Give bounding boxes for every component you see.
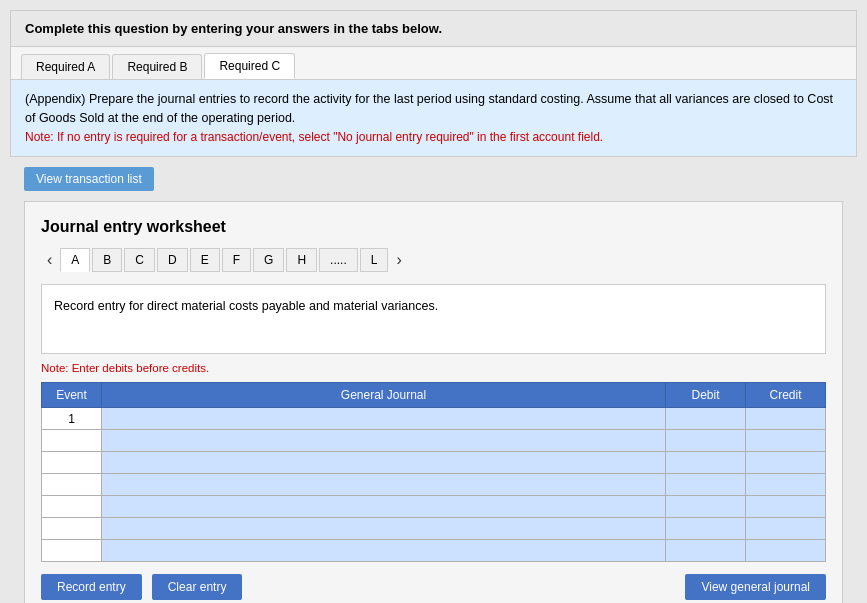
credit-cell-6[interactable] [746, 518, 826, 540]
nav-tab-a[interactable]: A [60, 248, 90, 272]
event-cell-4 [42, 474, 102, 496]
worksheet-container: Journal entry worksheet ‹ A B C D E F G … [24, 201, 843, 603]
nav-prev-arrow[interactable]: ‹ [41, 249, 58, 271]
journal-input-1[interactable] [102, 408, 665, 429]
credit-input-2[interactable] [746, 430, 825, 451]
credit-input-6[interactable] [746, 518, 825, 539]
top-instruction: Complete this question by entering your … [10, 10, 857, 47]
journal-cell-5[interactable] [102, 496, 666, 518]
nav-tab-ellipsis[interactable]: ..... [319, 248, 358, 272]
debit-cell-1[interactable] [666, 408, 746, 430]
journal-cell-2[interactable] [102, 430, 666, 452]
journal-cell-7[interactable] [102, 540, 666, 562]
col-header-journal: General Journal [102, 383, 666, 408]
view-general-journal-button[interactable]: View general journal [685, 574, 826, 600]
table-row: 1 [42, 408, 826, 430]
view-transaction-button[interactable]: View transaction list [24, 167, 154, 191]
debit-cell-6[interactable] [666, 518, 746, 540]
journal-input-6[interactable] [102, 518, 665, 539]
nav-tab-d[interactable]: D [157, 248, 188, 272]
event-cell-7 [42, 540, 102, 562]
journal-cell-3[interactable] [102, 452, 666, 474]
description-box: (Appendix) Prepare the journal entries t… [10, 80, 857, 157]
journal-table: Event General Journal Debit Credit 1 [41, 382, 826, 562]
credit-input-5[interactable] [746, 496, 825, 517]
table-row [42, 540, 826, 562]
event-cell-3 [42, 452, 102, 474]
journal-input-2[interactable] [102, 430, 665, 451]
event-cell-6 [42, 518, 102, 540]
table-row [42, 496, 826, 518]
debit-input-1[interactable] [666, 408, 745, 429]
credit-cell-2[interactable] [746, 430, 826, 452]
credit-cell-4[interactable] [746, 474, 826, 496]
debit-input-6[interactable] [666, 518, 745, 539]
tab-required-c[interactable]: Required C [204, 53, 295, 79]
credit-cell-3[interactable] [746, 452, 826, 474]
nav-tab-g[interactable]: G [253, 248, 284, 272]
worksheet-title: Journal entry worksheet [41, 218, 826, 236]
nav-tab-b[interactable]: B [92, 248, 122, 272]
journal-input-3[interactable] [102, 452, 665, 473]
credit-cell-7[interactable] [746, 540, 826, 562]
journal-cell-1[interactable] [102, 408, 666, 430]
nav-tab-c[interactable]: C [124, 248, 155, 272]
debit-cell-2[interactable] [666, 430, 746, 452]
credit-input-3[interactable] [746, 452, 825, 473]
note-debits: Note: Enter debits before credits. [41, 362, 826, 374]
entry-description: Record entry for direct material costs p… [41, 284, 826, 354]
debit-input-4[interactable] [666, 474, 745, 495]
table-row [42, 474, 826, 496]
credit-input-1[interactable] [746, 408, 825, 429]
description-note: Note: If no entry is required for a tran… [25, 130, 603, 144]
instruction-text: Complete this question by entering your … [25, 21, 442, 36]
debit-input-7[interactable] [666, 540, 745, 561]
event-cell-5 [42, 496, 102, 518]
credit-cell-1[interactable] [746, 408, 826, 430]
tab-required-a[interactable]: Required A [21, 54, 110, 79]
entry-description-text: Record entry for direct material costs p… [54, 299, 438, 313]
journal-input-7[interactable] [102, 540, 665, 561]
description-main: (Appendix) Prepare the journal entries t… [25, 92, 833, 125]
table-row [42, 430, 826, 452]
col-header-credit: Credit [746, 383, 826, 408]
table-row [42, 518, 826, 540]
credit-input-4[interactable] [746, 474, 825, 495]
nav-tabs-row: ‹ A B C D E F G H ..... L › [41, 248, 826, 272]
col-header-debit: Debit [666, 383, 746, 408]
action-buttons: Record entry Clear entry View general jo… [41, 574, 826, 600]
nav-tab-h[interactable]: H [286, 248, 317, 272]
clear-entry-button[interactable]: Clear entry [152, 574, 243, 600]
event-cell-2 [42, 430, 102, 452]
debit-input-3[interactable] [666, 452, 745, 473]
col-header-event: Event [42, 383, 102, 408]
journal-cell-4[interactable] [102, 474, 666, 496]
debit-cell-7[interactable] [666, 540, 746, 562]
record-entry-button[interactable]: Record entry [41, 574, 142, 600]
table-row [42, 452, 826, 474]
credit-input-7[interactable] [746, 540, 825, 561]
journal-cell-6[interactable] [102, 518, 666, 540]
nav-tab-l[interactable]: L [360, 248, 389, 272]
debit-cell-4[interactable] [666, 474, 746, 496]
debit-input-2[interactable] [666, 430, 745, 451]
journal-input-5[interactable] [102, 496, 665, 517]
tabs-bar: Required A Required B Required C [10, 47, 857, 80]
credit-cell-5[interactable] [746, 496, 826, 518]
nav-tab-e[interactable]: E [190, 248, 220, 272]
nav-next-arrow[interactable]: › [390, 249, 407, 271]
debit-input-5[interactable] [666, 496, 745, 517]
event-cell-1: 1 [42, 408, 102, 430]
tab-required-b[interactable]: Required B [112, 54, 202, 79]
debit-cell-3[interactable] [666, 452, 746, 474]
debit-cell-5[interactable] [666, 496, 746, 518]
journal-input-4[interactable] [102, 474, 665, 495]
nav-tab-f[interactable]: F [222, 248, 251, 272]
